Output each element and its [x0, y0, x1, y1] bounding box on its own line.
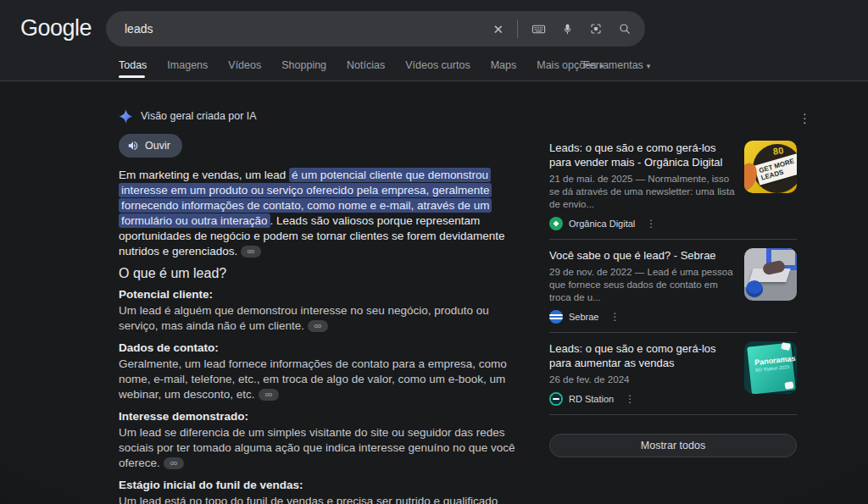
thumb-badge: 80 — [772, 145, 784, 157]
tab-list: Todas Imagens Vídeos Shopping Notícias V… — [119, 59, 868, 71]
sidebar-divider — [549, 332, 797, 333]
thumb-cup — [746, 280, 763, 297]
desc-estagio-inicial: Um lead está no topo do funil de vendas … — [119, 494, 519, 504]
search-header: Google ✕ Todas — [0, 0, 868, 81]
tab-noticias[interactable]: Notícias — [347, 59, 385, 71]
related-results-sidebar: Leads: o que são e como gerá-los para ve… — [549, 141, 797, 457]
thumb-puzzle-piece — [784, 381, 793, 390]
ai-overview-menu-button[interactable]: ⋮ — [793, 110, 816, 127]
listen-label: Ouvir — [145, 140, 170, 152]
desc-interesse-demonstrado: Um lead se diferencia de um simples visi… — [119, 425, 519, 471]
term-estagio-inicial: Estágio inicial do funil de vendas: — [119, 479, 519, 491]
desc-dados-de-contato: Geralmente, um lead fornece informações … — [119, 357, 519, 402]
desc-potencial-cliente: Um lead é alguém que demonstrou interess… — [119, 303, 519, 334]
result-thumbnail[interactable] — [744, 248, 797, 301]
tab-videos[interactable]: Vídeos — [228, 59, 261, 71]
result-menu-button[interactable]: ⋮ — [609, 311, 620, 323]
result-thumbnail[interactable]: 80 GET MORE LEADS — [744, 141, 797, 193]
tools-label: Ferramentas — [583, 59, 643, 71]
ai-overview-header: Visão geral criada por IA — [119, 108, 519, 124]
term-interesse-demonstrado: Interesse demonstrado: — [119, 411, 519, 423]
source-name: Orgânica Digital — [569, 219, 635, 229]
result-snippet: 29 de nov. de 2022 — Lead é uma pessoa q… — [549, 266, 736, 304]
result-menu-button[interactable]: ⋮ — [646, 218, 656, 230]
search-bar: ✕ — [106, 11, 645, 47]
sidebar-divider — [549, 239, 797, 240]
results-nav: Todas Imagens Vídeos Shopping Notícias V… — [119, 59, 868, 81]
term-dados-de-contato: Dados de contato: — [119, 342, 519, 354]
result-title[interactable]: Você sabe o que é lead? - Sebrae — [549, 248, 736, 263]
search-icon[interactable] — [616, 20, 633, 37]
result-source-row: Sebrae ⋮ — [549, 310, 736, 324]
result-text: Leads: o que são e como gerá-los para ve… — [549, 141, 736, 230]
result-text: Leads: o que são e como gerá-los para au… — [549, 341, 736, 406]
search-bar-divider — [517, 19, 518, 38]
intro-text-pre: Em marketing e vendas, um lead — [119, 169, 289, 181]
chevron-down-icon: ▾ — [647, 62, 651, 70]
desc-text: Um lead é alguém que demonstrou interess… — [119, 304, 489, 332]
citation-link-chip[interactable] — [259, 389, 279, 401]
microphone-icon[interactable] — [559, 21, 576, 37]
tab-videos-curtos[interactable]: Vídeos curtos — [405, 59, 470, 71]
link-icon — [247, 247, 255, 256]
link-icon — [314, 322, 322, 330]
close-icon: ✕ — [492, 23, 504, 36]
result-card-sebrae[interactable]: Você sabe o que é lead? - Sebrae 29 de n… — [549, 248, 797, 324]
ai-overview-label: Visão geral criada por IA — [141, 110, 257, 122]
desc-text: Um lead está no topo do funil de vendas … — [119, 495, 498, 504]
link-icon — [170, 459, 178, 468]
result-card-rdstation[interactable]: Leads: o que são e como gerá-los para au… — [549, 341, 797, 406]
result-title[interactable]: Leads: o que são e como gerá-los para ve… — [549, 141, 736, 169]
source-name: RD Station — [569, 394, 614, 404]
speaker-icon — [127, 140, 139, 152]
result-source-row: RD Station ⋮ — [549, 392, 736, 406]
result-snippet: 21 de mai. de 2025 — Normalmente, isso s… — [549, 173, 736, 211]
link-icon — [264, 390, 273, 399]
search-bar-icons: ✕ — [491, 19, 633, 38]
section-heading: O que é um lead? — [119, 267, 519, 280]
result-thumbnail[interactable]: Panoramas RD Station 2025 — [744, 341, 797, 394]
result-date: 26 de fev. de 2024 — [549, 374, 736, 386]
lens-camera-icon[interactable] — [587, 20, 604, 37]
search-input[interactable] — [123, 21, 491, 36]
clear-search-button[interactable]: ✕ — [491, 21, 505, 37]
ai-intro-paragraph: Em marketing e vendas, um lead é um pote… — [119, 168, 519, 259]
sidebar-divider — [549, 414, 797, 415]
tab-todas[interactable]: Todas — [119, 59, 147, 71]
source-name: Sebrae — [569, 312, 598, 322]
google-logo[interactable]: Google — [20, 15, 92, 42]
result-menu-button[interactable]: ⋮ — [625, 393, 635, 405]
rdstation-favicon — [549, 392, 563, 406]
desc-text: Geralmente, um lead fornece informações … — [119, 357, 507, 401]
tab-maps[interactable]: Maps — [491, 59, 517, 71]
show-all-button[interactable]: Mostrar todos — [549, 434, 797, 457]
citation-link-chip[interactable] — [164, 457, 184, 469]
citation-link-chip[interactable] — [241, 246, 261, 258]
google-search-page: Google ✕ Todas — [0, 0, 868, 504]
result-card-organica[interactable]: Leads: o que são e como gerá-los para ve… — [549, 141, 797, 230]
term-potencial-cliente: Potencial cliente: — [119, 289, 519, 301]
citation-link-chip[interactable] — [308, 320, 328, 332]
keyboard-icon[interactable] — [530, 20, 548, 38]
result-title[interactable]: Leads: o que são e como gerá-los para au… — [549, 341, 736, 370]
tab-shopping[interactable]: Shopping — [281, 59, 326, 71]
ai-overview: Visão geral criada por IA Ouvir Em marke… — [119, 108, 519, 504]
tab-imagens[interactable]: Imagens — [167, 59, 208, 71]
organica-favicon — [549, 217, 563, 230]
ai-sparkle-icon — [119, 109, 133, 124]
result-source-row: Orgânica Digital ⋮ — [549, 217, 736, 230]
tools-button[interactable]: Ferramentas▾ — [583, 59, 650, 71]
sebrae-favicon — [549, 310, 563, 324]
listen-button[interactable]: Ouvir — [119, 134, 182, 158]
result-text: Você sabe o que é lead? - Sebrae 29 de n… — [549, 248, 736, 324]
